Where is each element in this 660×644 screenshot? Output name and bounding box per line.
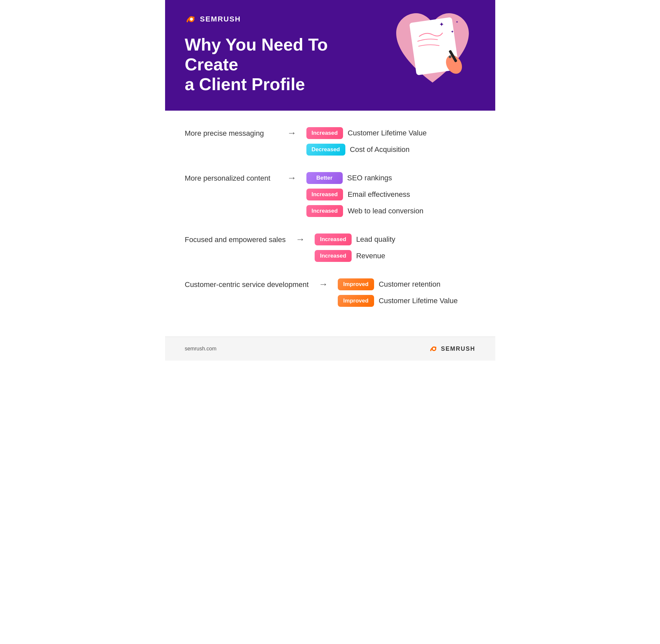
outcome-item-0-1: DecreasedCost of Acquisition <box>306 144 427 156</box>
badge-0-1: Decreased <box>306 144 345 156</box>
row-1: More personalized content→BetterSEO rank… <box>185 172 475 217</box>
outcomes-3: ImprovedCustomer retentionImprovedCustom… <box>338 278 457 307</box>
outcome-item-2-0: IncreasedLead quality <box>315 233 395 245</box>
badge-2-0: Increased <box>315 233 351 245</box>
svg-text:✦: ✦ <box>439 21 444 28</box>
svg-point-8 <box>449 55 451 58</box>
header-illustration: ✦ ✦ ✦ <box>390 7 475 92</box>
badge-3-1: Improved <box>338 295 374 307</box>
logo-text: SEMRUSH <box>200 15 241 23</box>
outcome-text-0-1: Cost of Acquisition <box>350 145 410 154</box>
outcomes-0: IncreasedCustomer Lifetime ValueDecrease… <box>306 127 427 156</box>
outcome-item-3-0: ImprovedCustomer retention <box>338 278 457 290</box>
row-0: More precise messaging→IncreasedCustomer… <box>185 127 475 156</box>
badge-1-0: Better <box>306 172 343 184</box>
outcome-item-1-0: BetterSEO rankings <box>306 172 424 184</box>
outcomes-1: BetterSEO rankingsIncreasedEmail effecti… <box>306 172 424 217</box>
row-2: Focused and empowered sales→IncreasedLea… <box>185 233 475 262</box>
svg-text:✦: ✦ <box>451 29 454 34</box>
outcome-text-1-2: Web to lead conversion <box>348 207 424 215</box>
badge-3-0: Improved <box>338 278 374 290</box>
badge-1-1: Increased <box>306 189 343 201</box>
footer-logo-text: SEMRUSH <box>441 345 475 352</box>
row-label-1: More personalized content <box>185 172 277 184</box>
rows-container: More precise messaging→IncreasedCustomer… <box>185 127 475 307</box>
badge-2-1: Increased <box>315 250 351 262</box>
footer-semrush-icon <box>429 344 438 353</box>
outcome-text-1-1: Email effectiveness <box>348 190 410 199</box>
arrow-3: → <box>319 278 328 290</box>
outcome-item-1-2: IncreasedWeb to lead conversion <box>306 205 424 217</box>
svg-point-1 <box>190 18 193 21</box>
outcome-item-1-1: IncreasedEmail effectiveness <box>306 189 424 201</box>
arrow-2: → <box>296 233 305 245</box>
footer-logo: SEMRUSH <box>429 344 475 353</box>
svg-text:✦: ✦ <box>456 20 458 24</box>
badge-0-0: Increased <box>306 127 343 139</box>
outcome-text-0-0: Customer Lifetime Value <box>348 129 427 137</box>
outcome-item-0-0: IncreasedCustomer Lifetime Value <box>306 127 427 139</box>
footer-section: semrush.com SEMRUSH <box>165 337 495 361</box>
row-3: Customer-centric service development→Imp… <box>185 278 475 307</box>
header-title: Why You Need To Create a Client Profile <box>185 35 376 94</box>
outcome-text-3-0: Customer retention <box>379 280 441 289</box>
arrow-0: → <box>287 127 297 138</box>
row-label-0: More precise messaging <box>185 127 277 139</box>
outcomes-2: IncreasedLead qualityIncreasedRevenue <box>315 233 395 262</box>
footer-url: semrush.com <box>185 346 217 352</box>
outcome-text-2-0: Lead quality <box>356 235 396 244</box>
arrow-1: → <box>287 172 297 183</box>
row-label-2: Focused and empowered sales <box>185 233 286 245</box>
outcome-text-3-1: Customer Lifetime Value <box>379 297 457 305</box>
outcome-item-2-1: IncreasedRevenue <box>315 250 395 262</box>
main-content: More precise messaging→IncreasedCustomer… <box>165 111 495 337</box>
outcome-text-1-0: SEO rankings <box>347 174 392 182</box>
badge-1-2: Increased <box>306 205 343 217</box>
header-section: SEMRUSH Why You Need To Create a Client … <box>165 0 495 111</box>
svg-point-10 <box>433 348 435 350</box>
outcome-item-3-1: ImprovedCustomer Lifetime Value <box>338 295 457 307</box>
semrush-logo-icon <box>185 13 197 25</box>
row-label-3: Customer-centric service development <box>185 278 309 290</box>
outcome-text-2-1: Revenue <box>356 252 385 260</box>
